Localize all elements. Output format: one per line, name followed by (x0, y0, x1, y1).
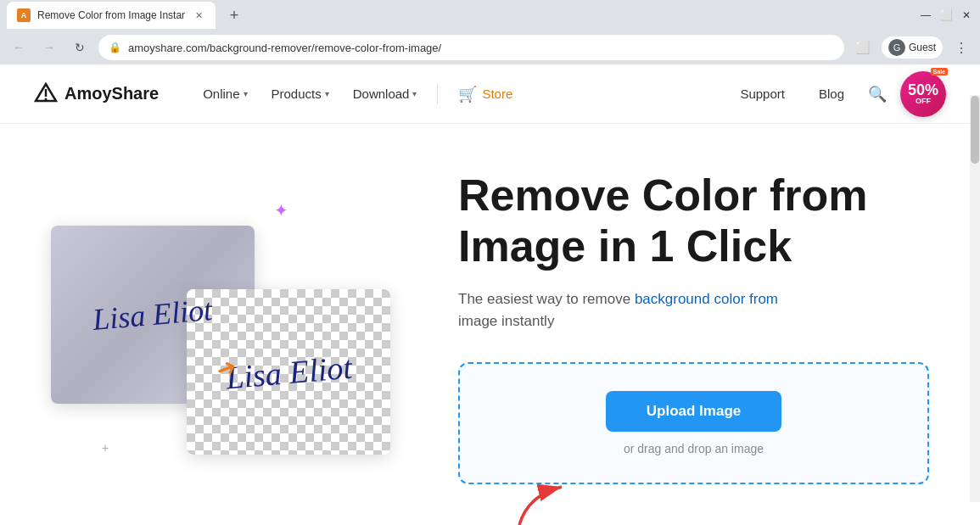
back-btn[interactable]: ← (7, 36, 31, 59)
browser-chrome: A Remove Color from Image Instar ✕ + — ⬜… (0, 0, 980, 64)
nav-support[interactable]: Support (730, 80, 795, 108)
minimize-btn[interactable]: — (919, 8, 932, 22)
profile-btn[interactable]: G Guest (882, 36, 943, 59)
main-subtitle: The easiest way to remove background col… (458, 288, 929, 332)
nav-right: Support Blog 🔍 Sale 50% OFF (730, 71, 946, 117)
profile-area: ⬜ G Guest ⋮ (851, 36, 973, 59)
products-chevron-icon: ▾ (325, 89, 329, 98)
right-content: Remove Color from Image in 1 Click The e… (458, 170, 929, 485)
scrollbar-thumb[interactable] (971, 96, 979, 164)
nav-store[interactable]: 🛒 Store (448, 78, 523, 110)
upload-image-btn[interactable]: Upload Image (606, 391, 781, 432)
nav-divider (437, 84, 438, 104)
nav-links: Online ▾ Products ▾ Download ▾ 🛒 Store (193, 78, 730, 110)
sale-percent: 50% (908, 82, 938, 98)
drag-drop-text: or drag and drop an image (624, 442, 764, 455)
url-text: amoyshare.com/background-remover/remove-… (128, 42, 834, 54)
arrow-hint-icon (511, 478, 579, 525)
logo-text: AmoyShare (64, 84, 159, 103)
extensions-btn[interactable]: ⬜ (851, 36, 875, 59)
search-btn[interactable]: 🔍 (868, 85, 887, 103)
logo-icon (34, 82, 58, 106)
tab-title: Remove Color from Image Instar (37, 9, 185, 21)
tab-close-btn[interactable]: ✕ (192, 8, 205, 22)
top-nav: AmoyShare Online ▾ Products ▾ Download ▾… (0, 64, 980, 124)
main-content: Lisa Eliot ✦ Lisa Eliot ➜ + Remove Color… (0, 124, 980, 525)
subtitle-highlight: background color from (635, 291, 778, 307)
demo-area: Lisa Eliot ✦ Lisa Eliot ➜ + (51, 192, 407, 463)
sale-off: OFF (916, 98, 931, 105)
nav-products[interactable]: Products ▾ (261, 80, 339, 108)
lock-icon: 🔒 (109, 42, 121, 53)
website-content: AmoyShare Online ▾ Products ▾ Download ▾… (0, 64, 980, 525)
download-chevron-icon: ▾ (412, 89, 417, 98)
nav-download[interactable]: Download ▾ (343, 80, 428, 108)
sale-tag: Sale (931, 68, 948, 75)
nav-online[interactable]: Online ▾ (193, 80, 257, 108)
window-controls: — ⬜ ✕ (919, 8, 973, 22)
profile-icon: G (888, 39, 905, 56)
scrollbar[interactable] (970, 95, 980, 502)
logo[interactable]: AmoyShare (34, 82, 159, 106)
profile-label: Guest (909, 42, 936, 53)
tab-favicon: A (17, 8, 31, 22)
sale-badge[interactable]: Sale 50% OFF (900, 71, 946, 117)
sparkle-bottom-icon: + (102, 441, 109, 455)
svg-point-2 (45, 98, 48, 100)
nav-blog[interactable]: Blog (809, 80, 854, 108)
address-bar: ← → ↻ 🔒 amoyshare.com/background-remover… (0, 31, 980, 64)
close-btn[interactable]: ✕ (960, 8, 973, 22)
new-tab-btn[interactable]: + (222, 3, 246, 27)
refresh-btn[interactable]: ↻ (68, 36, 92, 59)
upload-zone[interactable]: Upload Image or drag and drop an image (458, 362, 929, 484)
more-options-btn[interactable]: ⋮ (949, 36, 973, 59)
online-chevron-icon: ▾ (244, 89, 248, 98)
url-bar[interactable]: 🔒 amoyshare.com/background-remover/remov… (98, 35, 844, 60)
sparkle-top-icon: ✦ (274, 200, 288, 221)
forward-btn[interactable]: → (37, 36, 61, 59)
maximize-btn[interactable]: ⬜ (939, 8, 953, 22)
main-title: Remove Color from Image in 1 Click (458, 170, 929, 272)
browser-tab[interactable]: A Remove Color from Image Instar ✕ (7, 2, 216, 29)
store-cart-icon: 🛒 (458, 85, 477, 103)
title-bar: A Remove Color from Image Instar ✕ + — ⬜… (0, 0, 980, 31)
